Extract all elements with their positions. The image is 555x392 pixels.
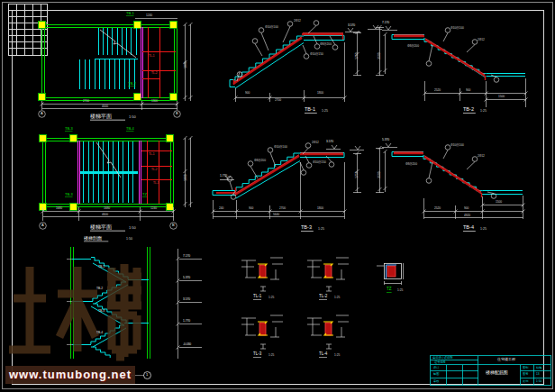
watermark-glyphs: [0, 0, 555, 392]
watermark-url: www.tumubong.net: [5, 366, 135, 384]
cad-sheet: 土木帮 TB-1 TB-2 TL-1 TL-2 1240 2700 1300 4…: [0, 0, 555, 392]
